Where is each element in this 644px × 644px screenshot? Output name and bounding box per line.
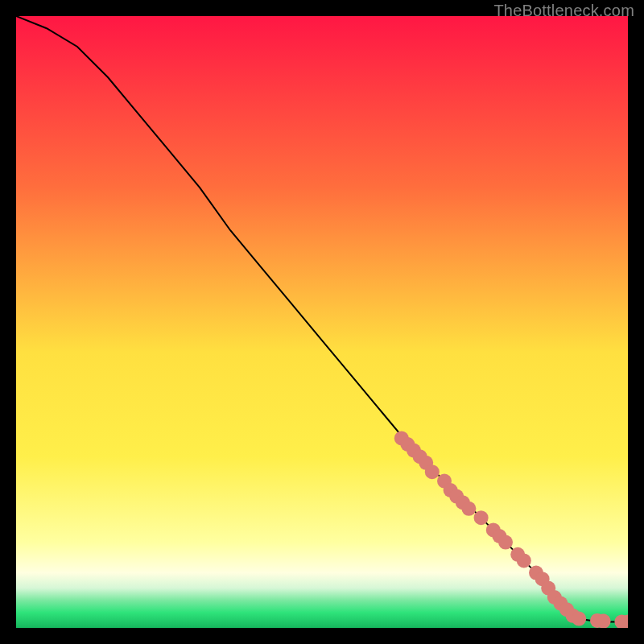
chart-plot <box>16 16 628 628</box>
data-marker <box>425 464 440 479</box>
chart-frame: TheBottleneck.com <box>0 0 644 644</box>
gradient-background <box>16 16 628 628</box>
data-marker <box>461 502 476 516</box>
data-marker <box>517 553 531 568</box>
data-marker <box>572 612 586 626</box>
data-marker <box>597 614 611 628</box>
data-marker <box>474 510 489 525</box>
data-marker <box>498 535 513 550</box>
